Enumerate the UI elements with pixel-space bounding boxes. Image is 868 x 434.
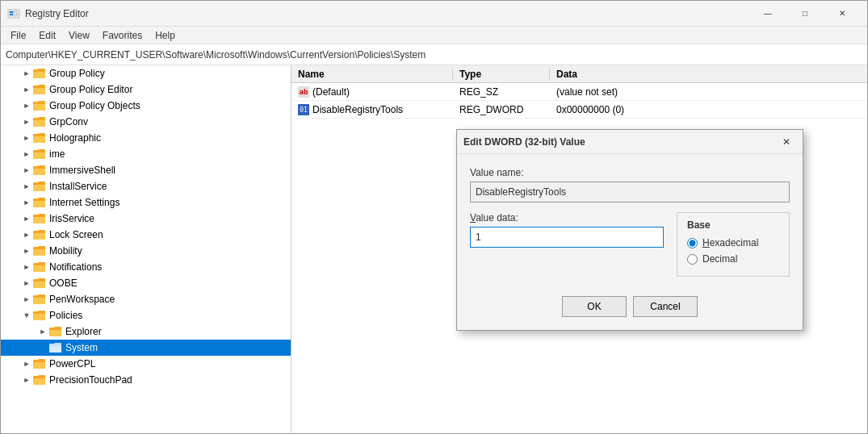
tree-item-group-policy[interactable]: ► Group Policy: [1, 65, 291, 81]
tree-toggle: ►: [20, 244, 33, 257]
tree-label: Internet Settings: [49, 197, 120, 208]
edit-dword-dialog: Edit DWORD (32-bit) Value ✕ Value name: …: [456, 129, 803, 331]
tree-label: Group Policy Editor: [49, 84, 132, 95]
tree-item-oobe[interactable]: ► OOBE: [1, 275, 291, 291]
tree-toggle: ►: [20, 180, 33, 193]
tree-toggle: ►: [20, 67, 33, 80]
tree-item-policies[interactable]: ▼ Policies: [1, 307, 291, 323]
tree-item-grpconv[interactable]: ► GrpConv: [1, 114, 291, 130]
tree-item-system[interactable]: System: [1, 340, 291, 356]
folder-icon: [49, 326, 62, 337]
folder-icon: [33, 68, 46, 79]
folder-icon: [33, 132, 46, 144]
tree-label: ime: [49, 148, 65, 160]
tree-item-group-policy-objects[interactable]: ► Group Policy Objects: [1, 98, 291, 114]
tree-item-group-policy-editor[interactable]: ► Group Policy Editor: [1, 81, 291, 98]
tree-item-mobility[interactable]: ► Mobility: [1, 243, 291, 259]
tree-item-install-service[interactable]: ► InstallService: [1, 178, 291, 194]
close-button[interactable]: ✕: [824, 1, 861, 27]
tree-label: Group Policy Objects: [49, 100, 140, 111]
tree-item-precision-touchpad[interactable]: ► PrecisionTouchPad: [1, 372, 291, 388]
radio-dec-label: Decimal: [702, 253, 737, 265]
menu-help[interactable]: Help: [149, 28, 182, 43]
tree-item-immersive-shell[interactable]: ► ImmersiveShell: [1, 162, 291, 178]
tree-item-notifications[interactable]: ► Notifications: [1, 259, 291, 275]
tree-label: IrisService: [49, 213, 94, 224]
tree-label: PenWorkspace: [49, 294, 115, 305]
value-data-section: Value data:: [470, 212, 664, 277]
menu-favorites[interactable]: Favorites: [96, 28, 149, 43]
value-name-section: Value name:: [470, 167, 790, 202]
value-name-input[interactable]: [470, 182, 790, 202]
folder-icon: [33, 261, 46, 273]
tree-item-ime[interactable]: ► ime: [1, 146, 291, 162]
dialog-close-button[interactable]: ✕: [777, 132, 796, 152]
tree-pane: ► Group Policy ► Group Policy: [1, 65, 291, 433]
folder-icon-selected: [49, 342, 62, 353]
cancel-button[interactable]: Cancel: [633, 296, 698, 317]
tree-toggle: ►: [20, 212, 33, 225]
tree-toggle: ►: [20, 164, 33, 177]
menu-file[interactable]: File: [4, 28, 32, 43]
dialog-footer: OK Cancel: [457, 290, 803, 330]
tree-label: Group Policy: [49, 68, 105, 79]
app-icon: [7, 7, 20, 20]
tree-toggle-expand: ▼: [20, 309, 33, 322]
radio-hex-label: Hexadecimal: [702, 237, 758, 248]
radio-hex-option[interactable]: Hexadecimal: [687, 237, 779, 248]
tree-label: InstallService: [49, 181, 107, 192]
svg-text:01: 01: [300, 106, 308, 114]
address-bar: Computer\HKEY_CURRENT_USER\Software\Micr…: [1, 44, 867, 65]
title-text: Registry Editor: [25, 8, 749, 19]
tree-toggle: ►: [20, 148, 33, 161]
tree-label-holographic: Holographic: [49, 132, 101, 144]
tree-item-iris-service[interactable]: ► IrisService: [1, 211, 291, 227]
menu-view[interactable]: View: [62, 28, 96, 43]
tree-item-explorer[interactable]: ► Explorer: [1, 323, 291, 340]
svg-rect-3: [14, 11, 17, 15]
folder-icon: [33, 374, 46, 386]
folder-icon: [33, 197, 46, 208]
minimize-button[interactable]: —: [749, 1, 786, 27]
tree-label: PowerCPL: [49, 358, 95, 369]
tree-item-pen-workspace[interactable]: ► PenWorkspace: [1, 291, 291, 307]
value-type-disable-registry: REG_DWORD: [453, 104, 550, 115]
title-bar: Registry Editor — □ ✕: [1, 1, 867, 27]
svg-rect-2: [10, 14, 13, 15]
svg-rect-1: [10, 11, 13, 13]
radio-hex-input[interactable]: [687, 238, 698, 248]
dialog-body: Value name: Value data: Base: [457, 154, 803, 290]
tree-label: PrecisionTouchPad: [49, 374, 132, 386]
tree-toggle: ►: [20, 131, 33, 144]
value-data-default: (value not set): [550, 86, 867, 98]
tree-item-internet-settings[interactable]: ► Internet Settings: [1, 194, 291, 211]
value-name-disable-registry-tools: 01 DisableRegistryTools: [291, 104, 453, 115]
tree-item-holographic[interactable]: ► Holographic: [1, 130, 291, 146]
tree-item-power-cpl[interactable]: ► PowerCPL: [1, 356, 291, 372]
dialog-title-bar: Edit DWORD (32-bit) Value ✕: [457, 130, 803, 154]
folder-icon: [33, 229, 46, 240]
tree-toggle: [36, 341, 49, 354]
value-data-input[interactable]: [470, 227, 664, 248]
tree-item-lock-screen[interactable]: ► Lock Screen: [1, 227, 291, 243]
value-data-disable-registry: 0x00000000 (0): [550, 104, 867, 115]
tree-label-notifications: Notifications: [49, 261, 102, 273]
folder-icon: [33, 358, 46, 369]
ok-button[interactable]: OK: [562, 296, 627, 317]
radio-dec-option[interactable]: Decimal: [687, 253, 779, 265]
tree-toggle: ►: [20, 83, 33, 96]
ab-icon: ab: [298, 86, 309, 98]
tree-label-system: System: [65, 342, 98, 353]
tree-toggle: ►: [20, 261, 33, 273]
tree-toggle: ►: [20, 373, 33, 386]
tree-toggle: ►: [20, 357, 33, 370]
folder-icon: [33, 278, 46, 289]
base-section: Base Hexadecimal Decimal: [677, 212, 790, 277]
menu-edit[interactable]: Edit: [32, 28, 62, 43]
radio-dec-input[interactable]: [687, 254, 698, 265]
value-name-default: ab (Default): [291, 86, 453, 98]
value-row-disable-registry-tools[interactable]: 01 DisableRegistryTools REG_DWORD 0x0000…: [291, 101, 867, 119]
folder-icon: [33, 116, 46, 127]
value-row-default[interactable]: ab (Default) REG_SZ (value not set): [291, 83, 867, 101]
maximize-button[interactable]: □: [786, 1, 824, 27]
